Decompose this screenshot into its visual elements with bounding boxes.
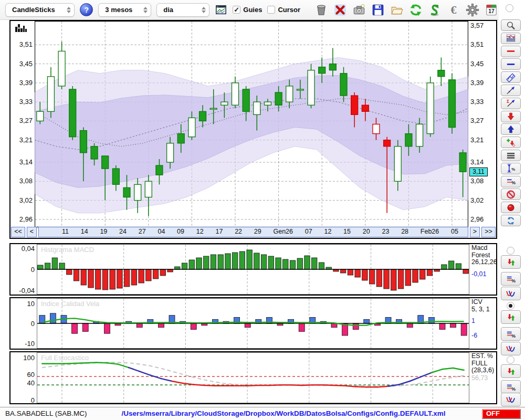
macd-radio[interactable] <box>507 247 514 255</box>
indicator-chart-button[interactable] <box>501 33 521 44</box>
open-folder-icon <box>390 3 404 17</box>
y-axis-tick: -0,04 <box>10 287 35 295</box>
off-button[interactable]: OFF <box>482 409 521 419</box>
x-axis-label: 09 <box>177 227 184 237</box>
arrow-up-button[interactable] <box>501 123 521 135</box>
curves-icon <box>505 344 517 354</box>
measure-lines-button[interactable]: % <box>501 176 521 187</box>
macd-value: -0,01 <box>471 270 487 278</box>
delete-icon <box>333 3 347 17</box>
trendline-button[interactable] <box>501 85 521 96</box>
arrow-up-icon <box>505 124 517 134</box>
stoch-radio[interactable] <box>507 356 514 364</box>
nav-first-button[interactable]: << <box>11 227 25 237</box>
save-button[interactable] <box>371 3 385 17</box>
calendar-button[interactable]: 17 <box>484 3 499 17</box>
cursor-label: Cursor <box>278 6 300 14</box>
x-axis-label: 05 <box>451 227 458 237</box>
stochastic-value: 56,73 <box>471 374 488 382</box>
record-button[interactable] <box>501 202 521 213</box>
stoch-lines-percent-button[interactable]: % <box>501 380 521 394</box>
icv-updown-arrows-button[interactable] <box>501 310 521 324</box>
svg-text:%: % <box>511 333 516 338</box>
chart-type-select[interactable]: CandleSticks <box>5 3 75 17</box>
refresh-icon <box>409 3 423 17</box>
x-axis-label: 04 <box>158 227 165 237</box>
x-axis-label: 12 <box>196 227 204 237</box>
period-select[interactable]: 3 mesos <box>98 3 151 17</box>
indicator-window-icon <box>215 4 227 16</box>
x-axis-label: 15 <box>343 227 351 237</box>
macd-params-label: Macd Forest 26,12,26 <box>471 245 497 266</box>
list-icon <box>505 151 517 161</box>
indicator-chart-icon <box>505 33 517 43</box>
sync-green-button[interactable] <box>427 3 442 17</box>
sync-button[interactable] <box>501 215 521 226</box>
y-axis-tick: 3,08 <box>10 177 33 185</box>
updown-arrows-icon <box>505 257 517 267</box>
stochastic-params-label: EST. % FULL (28,3,6) <box>471 353 494 374</box>
zoom-button[interactable] <box>501 19 521 31</box>
macd-curves-button[interactable] <box>501 287 521 300</box>
zoom-icon <box>505 20 517 30</box>
camera-button[interactable] <box>352 3 366 17</box>
arrow-down-button[interactable] <box>501 111 521 122</box>
y-axis-tick: 2,96 <box>10 215 33 223</box>
trash-button[interactable] <box>314 3 329 17</box>
sidebar-radio[interactable] <box>506 4 513 12</box>
channel-button[interactable] <box>501 71 521 83</box>
euro-button[interactable]: € <box>446 3 461 17</box>
list-button[interactable] <box>501 150 521 161</box>
y-axis-tick: 3,21 <box>10 136 33 144</box>
y-axis-tick: 3,57 <box>470 22 496 29</box>
macd-plot[interactable] <box>37 244 469 295</box>
open-folder-button[interactable] <box>390 3 404 17</box>
forbid-button[interactable] <box>501 188 521 200</box>
delete-button[interactable] <box>333 3 348 17</box>
icv-plot[interactable] <box>37 298 469 349</box>
red-line-button[interactable] <box>501 46 521 57</box>
nav-prev-button[interactable]: < <box>27 227 37 237</box>
icv-curves-button[interactable] <box>501 342 521 355</box>
refresh-button[interactable] <box>408 3 423 17</box>
cursor-checkbox[interactable]: Cursor <box>267 6 300 14</box>
indicator-window-button[interactable] <box>215 4 227 16</box>
nav-next-button[interactable]: > <box>470 227 480 237</box>
blue-line-button[interactable] <box>501 58 521 70</box>
measure-vertical-button[interactable]: % <box>501 163 521 174</box>
lines-percent-icon: % <box>505 329 517 339</box>
interval-select[interactable]: dia <box>156 3 209 17</box>
icv-radio[interactable] <box>507 302 514 310</box>
y-axis-tick: 3,39 <box>470 79 496 87</box>
config-path-link[interactable]: /Users/mserra/Library/CloudStorage/Dropb… <box>89 410 478 417</box>
icv-title: Indice Calidad Vela <box>41 300 99 308</box>
x-axis-label: 24 <box>119 227 127 237</box>
svg-text:%: % <box>511 278 516 283</box>
forbid-icon <box>505 190 517 200</box>
add-signals-button[interactable] <box>501 136 521 148</box>
add-signals-icon <box>505 138 517 148</box>
stochastic-plot[interactable] <box>37 352 469 403</box>
icv-params-label: ICV 5, 3, 1 <box>471 299 490 313</box>
macd-lines-percent-button[interactable]: % <box>501 272 521 286</box>
nav-last-button[interactable]: >> <box>481 227 496 237</box>
stoch-updown-arrows-button[interactable] <box>501 364 521 378</box>
updown-arrows-icon <box>505 312 517 322</box>
macd-updown-arrows-button[interactable] <box>501 255 521 269</box>
settings-button[interactable] <box>465 3 480 17</box>
sum-trendline-button[interactable]: Σ <box>501 98 521 109</box>
help-button[interactable]: ? <box>80 3 93 16</box>
stoch-curves-button[interactable] <box>501 393 521 406</box>
arrow-down-icon <box>505 111 517 121</box>
guies-checkbox[interactable]: ✓ Guies <box>233 6 262 14</box>
price-chart-plot[interactable] <box>35 21 468 227</box>
icv-lines-percent-button[interactable]: % <box>501 327 521 341</box>
x-axis-label: 27 <box>139 227 146 237</box>
y-axis-tick: 0,04 <box>10 245 35 253</box>
volume-style-button[interactable] <box>14 24 28 33</box>
price-chart-panel: Last: 3.10999 - 06/02/26 3,11 << < 11141… <box>9 20 497 239</box>
y-axis-tick: 40 <box>10 379 35 387</box>
x-axis-label: 11 <box>62 227 69 237</box>
y-axis-tick: 3,14 <box>10 158 33 166</box>
chevron-updown-icon <box>67 7 71 13</box>
